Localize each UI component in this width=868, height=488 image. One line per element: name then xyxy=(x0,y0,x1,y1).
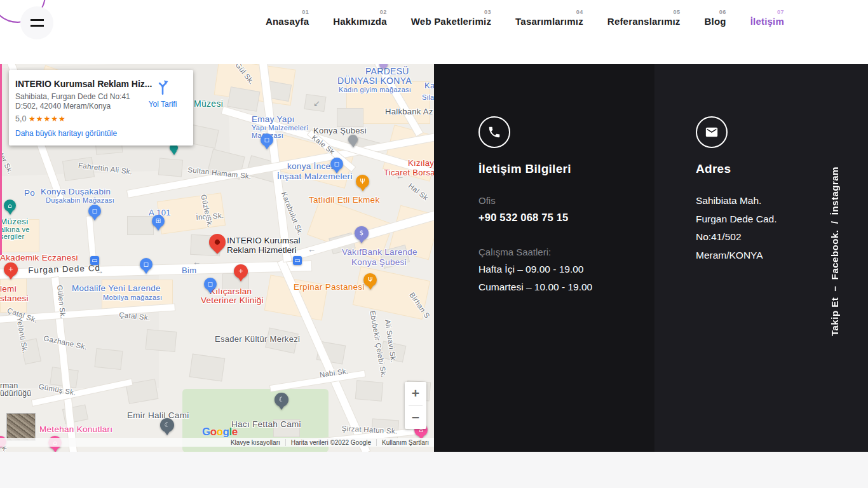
map-pin-bag: ◻ xyxy=(140,258,153,274)
nav-item-label: Blog xyxy=(705,16,726,27)
contact-info-column: İletişim Bilgileri Ofis +90 532 068 75 1… xyxy=(478,116,592,293)
map-pin-food: Ψ xyxy=(363,273,377,290)
contact-panel: İletişim Bilgileri Ofis +90 532 068 75 1… xyxy=(434,64,868,452)
terms-link[interactable]: Kullanım Şartları xyxy=(376,439,434,446)
address-line: No:41/502 xyxy=(696,231,777,243)
nav-item-hakkımızda[interactable]: 02Hakkımızda xyxy=(333,9,387,27)
interio-marker-label: INTERIO Kurumsal Reklam Hizmetleri xyxy=(227,236,301,255)
map-pin-mosque: ☾ xyxy=(275,393,288,410)
google-logo-letter: o xyxy=(210,426,217,438)
mail-icon xyxy=(705,125,719,139)
view-larger-map-link[interactable]: Daha büyük haritayı görüntüle xyxy=(15,129,187,138)
star-rating-icon: ★★★★★ xyxy=(29,114,66,123)
contact-heading: İletişim Bilgileri xyxy=(478,162,592,176)
nav-item-number: 02 xyxy=(380,9,387,16)
map-pin-bag: ◻ xyxy=(261,133,273,149)
map-pin-pharm: + xyxy=(234,264,248,281)
nav-item-i̇letişim[interactable]: 07İletişim xyxy=(750,9,784,27)
map-pin-mosque: ☾ xyxy=(160,418,174,435)
phone-circle xyxy=(478,116,510,148)
contact-page: { "header": { "nav": [ {"num":"01","labe… xyxy=(0,0,868,488)
address-line: Meram/KONYA xyxy=(696,250,777,261)
google-logo-letter: e xyxy=(232,426,238,438)
address-column: Adres Sahibiata Mah. Furgan Dede Cad. No… xyxy=(696,116,777,261)
address-line: Sahibiata Mah. xyxy=(696,195,777,207)
address-line: Furgan Dede Cad. xyxy=(696,214,777,225)
map-pin-atm: $ xyxy=(355,226,369,243)
map-pin-graydot xyxy=(348,135,358,147)
map-pin-bag: ◻ xyxy=(330,158,343,173)
social-links-vertical[interactable]: Takip Et – Facebook. / İnstagram xyxy=(829,158,840,336)
keyboard-shortcuts-link[interactable]: Klavye kısayolları xyxy=(226,439,285,446)
phone-icon xyxy=(487,125,501,139)
office-label: Ofis xyxy=(478,195,592,206)
nav-item-number: 03 xyxy=(484,9,491,16)
map-info-card: INTERIO Kurumsal Reklam Hiz... Sahibiata… xyxy=(9,70,193,146)
site-header: 01Anasayfa02Hakkımızda03Web Paketlerimiz… xyxy=(0,0,868,64)
google-map-embed[interactable]: Gül Sk.nter Sk.Fahrettin Ali Sk.Sultan H… xyxy=(0,64,434,452)
map-pin-museum: ⌂ xyxy=(4,200,16,215)
nav-item-number: 07 xyxy=(777,9,784,16)
map-card-address: Sahibiata, Furgan Dede Cd No:41 D:502, 4… xyxy=(15,92,142,111)
directions-button[interactable]: Yol Tarifi xyxy=(144,79,182,109)
nav-item-blog[interactable]: 06Blog xyxy=(705,9,726,27)
directions-fork-icon xyxy=(154,79,172,95)
hours-label: Çalışma Saatleri: xyxy=(478,247,592,257)
nav-item-label: Web Paketlerimiz xyxy=(411,16,491,27)
map-card-rating: 5,0 ★★★★★ xyxy=(15,114,187,123)
hours-weekdays: Hafta İçi – 09.00 - 19.00 xyxy=(478,264,592,275)
map-pin-bus: ▭ xyxy=(90,256,99,265)
address-heading: Adres xyxy=(696,162,777,176)
map-data-text: Harita verileri ©2022 Google xyxy=(285,439,376,446)
nav-item-number: 01 xyxy=(302,9,309,16)
google-logo-letter: o xyxy=(217,426,223,438)
google-logo-letter: g xyxy=(223,426,229,438)
map-pin-bus: ▭ xyxy=(293,256,302,265)
google-logo[interactable]: Google xyxy=(202,426,238,438)
nav-item-web paketlerimiz[interactable]: 03Web Paketlerimiz xyxy=(411,9,491,27)
map-pin-purplefrag xyxy=(379,64,388,69)
nav-item-label: Hakkımızda xyxy=(333,16,387,27)
mail-circle xyxy=(696,116,728,148)
nav-item-number: 05 xyxy=(674,9,681,16)
nav-item-label: Anasayfa xyxy=(266,16,309,27)
main-nav: 01Anasayfa02Hakkımızda03Web Paketlerimiz… xyxy=(266,9,784,27)
nav-item-number: 04 xyxy=(576,9,583,16)
phone-number[interactable]: +90 532 068 75 15 xyxy=(478,212,592,224)
map-pin-pharm: + xyxy=(4,262,18,280)
hours-saturday: Cumartesi – 10.00 - 19.00 xyxy=(478,281,592,293)
zoom-out-button[interactable]: − xyxy=(405,406,426,430)
nav-item-number: 06 xyxy=(719,9,726,16)
left-edge-accent xyxy=(0,64,2,255)
nav-item-label: İletişim xyxy=(750,16,784,27)
map-zoom-control: + − xyxy=(405,382,426,429)
nav-item-anasayfa[interactable]: 01Anasayfa xyxy=(266,9,309,27)
nav-item-label: Tasarımlarımız xyxy=(515,16,583,27)
hamburger-menu-button[interactable] xyxy=(20,6,53,39)
map-pin-bag: ◻ xyxy=(88,205,101,220)
nav-item-referanslarımız[interactable]: 05Referanslarımız xyxy=(607,9,681,27)
map-attribution: Klavye kısayolları Harita verileri ©2022… xyxy=(0,438,434,447)
map-photo-thumbnail[interactable] xyxy=(6,413,36,441)
map-pin-bag: ◻ xyxy=(204,278,217,294)
bottom-spacer xyxy=(0,452,868,488)
google-logo-letter: G xyxy=(202,426,210,438)
zoom-in-button[interactable]: + xyxy=(405,382,426,405)
nav-item-label: Referanslarımız xyxy=(607,16,681,27)
nav-item-tasarımlarımız[interactable]: 04Tasarımlarımız xyxy=(515,9,583,27)
map-pin-food: Ψ xyxy=(356,175,369,191)
map-pin-cart: ⊞ xyxy=(152,215,165,231)
